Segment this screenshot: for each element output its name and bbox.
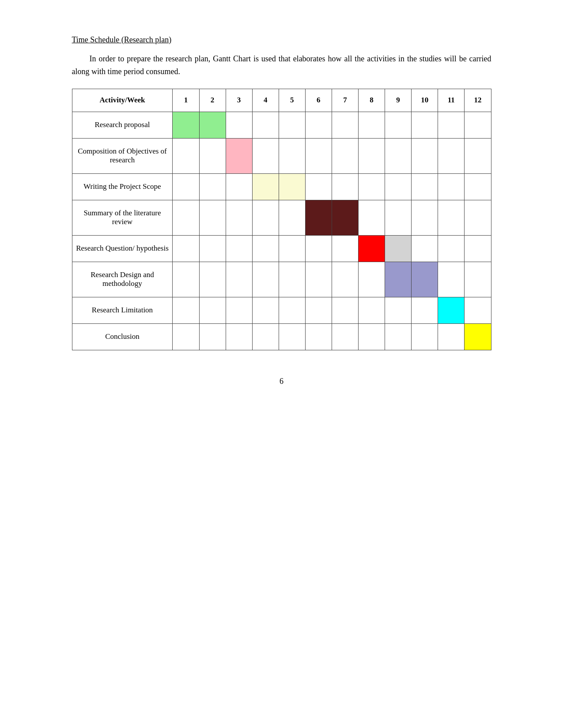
table-header-row: Activity/Week 1 2 3 4 5 6 7 8 9 10 11 12 — [72, 89, 491, 112]
table-row: Summary of the literature review — [72, 200, 491, 235]
header-week-9: 9 — [385, 89, 412, 112]
cell-rq-w6 — [305, 235, 332, 262]
cell-co-w7 — [332, 138, 358, 173]
cell-rd-w6 — [305, 262, 332, 297]
cell-ps-w10 — [412, 173, 438, 200]
cell-ps-w2 — [199, 173, 226, 200]
cell-ps-w8 — [358, 173, 385, 200]
cell-cn-w5 — [279, 323, 305, 350]
cell-rd-w2 — [199, 262, 226, 297]
cell-rq-w10 — [412, 235, 438, 262]
cell-rd-w11 — [438, 262, 465, 297]
cell-rp-w3 — [226, 112, 252, 138]
cell-rd-w10 — [412, 262, 438, 297]
activity-project-scope: Writing the Project Scope — [72, 173, 173, 200]
cell-rl-w8 — [358, 297, 385, 323]
cell-rl-w12 — [465, 297, 491, 323]
cell-rq-w9 — [385, 235, 412, 262]
header-week-1: 1 — [173, 89, 199, 112]
cell-co-w5 — [279, 138, 305, 173]
cell-ps-w3 — [226, 173, 252, 200]
cell-lr-w10 — [412, 200, 438, 235]
cell-co-w12 — [465, 138, 491, 173]
intro-text: In order to prepare the research plan, G… — [72, 53, 491, 78]
cell-rq-w8 — [358, 235, 385, 262]
cell-rq-w2 — [199, 235, 226, 262]
table-row: Composition of Objectives of research — [72, 138, 491, 173]
cell-co-w2 — [199, 138, 226, 173]
cell-rl-w10 — [412, 297, 438, 323]
activity-conclusion: Conclusion — [72, 323, 173, 350]
cell-rp-w6 — [305, 112, 332, 138]
cell-rq-w3 — [226, 235, 252, 262]
cell-ps-w12 — [465, 173, 491, 200]
cell-ps-w11 — [438, 173, 465, 200]
cell-rd-w12 — [465, 262, 491, 297]
cell-ps-w5 — [279, 173, 305, 200]
cell-lr-w11 — [438, 200, 465, 235]
header-week-5: 5 — [279, 89, 305, 112]
cell-ps-w7 — [332, 173, 358, 200]
cell-cn-w3 — [226, 323, 252, 350]
cell-rd-w7 — [332, 262, 358, 297]
cell-rp-w1 — [173, 112, 199, 138]
cell-rd-w9 — [385, 262, 412, 297]
cell-rd-w4 — [252, 262, 279, 297]
cell-lr-w5 — [279, 200, 305, 235]
table-row: Conclusion — [72, 323, 491, 350]
cell-co-w8 — [358, 138, 385, 173]
cell-rd-w3 — [226, 262, 252, 297]
cell-cn-w11 — [438, 323, 465, 350]
cell-cn-w1 — [173, 323, 199, 350]
header-week-2: 2 — [199, 89, 226, 112]
cell-ps-w1 — [173, 173, 199, 200]
cell-cn-w10 — [412, 323, 438, 350]
header-week-11: 11 — [438, 89, 465, 112]
cell-co-w11 — [438, 138, 465, 173]
cell-rl-w9 — [385, 297, 412, 323]
cell-co-w6 — [305, 138, 332, 173]
cell-rd-w1 — [173, 262, 199, 297]
cell-lr-w7 — [332, 200, 358, 235]
header-week-12: 12 — [465, 89, 491, 112]
cell-co-w1 — [173, 138, 199, 173]
cell-lr-w8 — [358, 200, 385, 235]
cell-rq-w12 — [465, 235, 491, 262]
cell-co-w3 — [226, 138, 252, 173]
cell-lr-w2 — [199, 200, 226, 235]
cell-rp-w10 — [412, 112, 438, 138]
cell-cn-w2 — [199, 323, 226, 350]
header-week-4: 4 — [252, 89, 279, 112]
section-title: Time Schedule (Research plan) — [72, 35, 491, 45]
page: Time Schedule (Research plan) In order t… — [72, 0, 491, 421]
table-row: Writing the Project Scope — [72, 173, 491, 200]
cell-rl-w5 — [279, 297, 305, 323]
header-week-10: 10 — [412, 89, 438, 112]
cell-rp-w9 — [385, 112, 412, 138]
activity-composition: Composition of Objectives of research — [72, 138, 173, 173]
cell-ps-w6 — [305, 173, 332, 200]
cell-lr-w4 — [252, 200, 279, 235]
cell-lr-w12 — [465, 200, 491, 235]
header-week-7: 7 — [332, 89, 358, 112]
table-row: Research Limitation — [72, 297, 491, 323]
cell-cn-w12 — [465, 323, 491, 350]
cell-rd-w8 — [358, 262, 385, 297]
cell-rp-w7 — [332, 112, 358, 138]
header-week-6: 6 — [305, 89, 332, 112]
activity-research-design: Research Design and methodology — [72, 262, 173, 297]
activity-research-question: Research Question/ hypothesis — [72, 235, 173, 262]
cell-rq-w1 — [173, 235, 199, 262]
cell-rl-w7 — [332, 297, 358, 323]
cell-rl-w2 — [199, 297, 226, 323]
header-week-3: 3 — [226, 89, 252, 112]
cell-rl-w4 — [252, 297, 279, 323]
table-row: Research Design and methodology — [72, 262, 491, 297]
cell-rl-w6 — [305, 297, 332, 323]
cell-co-w9 — [385, 138, 412, 173]
cell-co-w4 — [252, 138, 279, 173]
cell-co-w10 — [412, 138, 438, 173]
cell-lr-w1 — [173, 200, 199, 235]
cell-rl-w1 — [173, 297, 199, 323]
header-week-8: 8 — [358, 89, 385, 112]
